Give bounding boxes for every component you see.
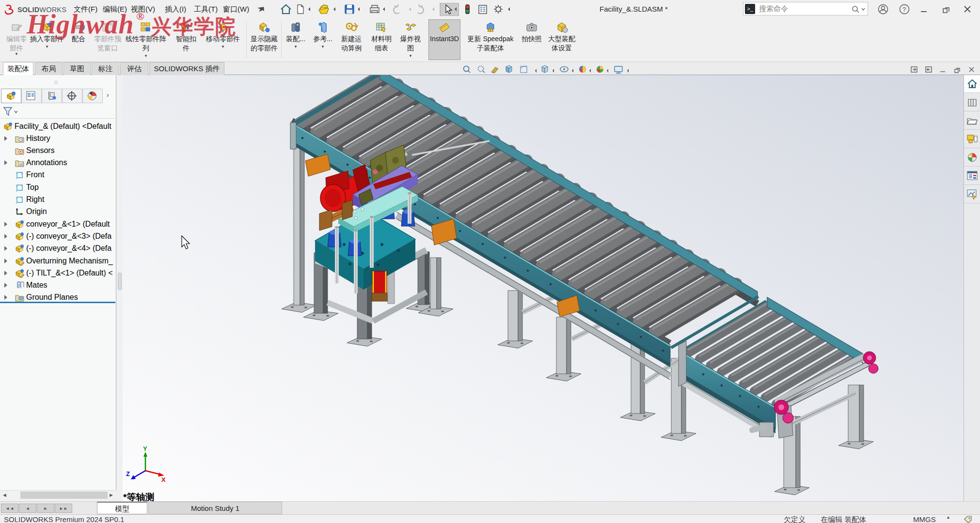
svg-text:!: ! (490, 27, 491, 32)
svg-text:X: X (161, 476, 166, 483)
svg-text:SOLIDWORKS: SOLIDWORKS (17, 6, 66, 14)
svg-text:A: A (20, 162, 23, 166)
svg-text:?: ? (902, 6, 906, 13)
svg-text:*等轴测: *等轴测 (123, 492, 154, 501)
svg-text:Y: Y (143, 445, 147, 452)
svg-text:Z: Z (126, 470, 130, 477)
